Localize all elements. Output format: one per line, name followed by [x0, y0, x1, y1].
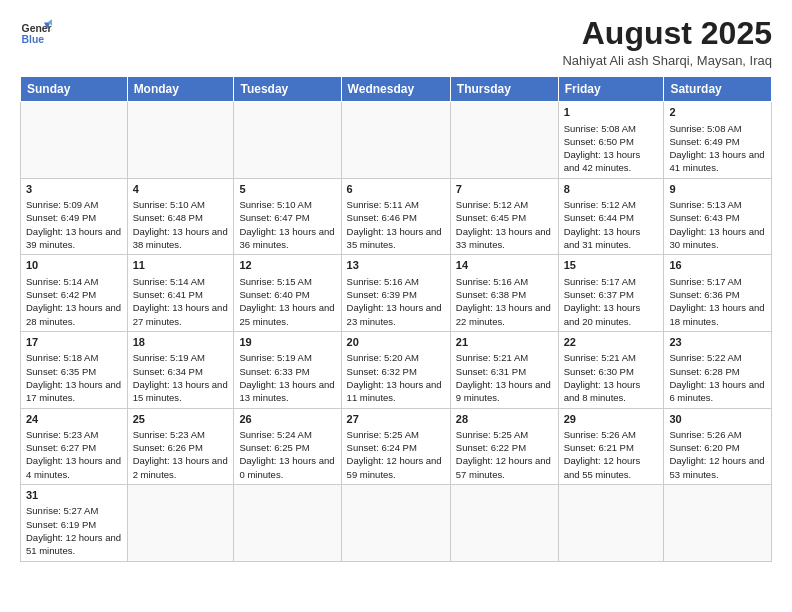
day-info: Daylight: 13 hours and 13 minutes. — [239, 378, 335, 405]
day-info: Sunrise: 5:08 AM — [564, 122, 659, 135]
day-number: 29 — [564, 412, 659, 427]
day-number: 27 — [347, 412, 445, 427]
day-number: 2 — [669, 105, 766, 120]
day-info: Sunset: 6:49 PM — [26, 211, 122, 224]
calendar-cell: 30Sunrise: 5:26 AMSunset: 6:20 PMDayligh… — [664, 408, 772, 485]
col-header-sunday: Sunday — [21, 77, 128, 102]
day-number: 13 — [347, 258, 445, 273]
calendar-cell — [127, 102, 234, 179]
calendar-cell: 2Sunrise: 5:08 AMSunset: 6:49 PMDaylight… — [664, 102, 772, 179]
day-info: Sunrise: 5:14 AM — [133, 275, 229, 288]
day-info: Sunrise: 5:21 AM — [564, 351, 659, 364]
day-number: 28 — [456, 412, 553, 427]
calendar-cell — [450, 102, 558, 179]
calendar-cell: 1Sunrise: 5:08 AMSunset: 6:50 PMDaylight… — [558, 102, 664, 179]
day-number: 23 — [669, 335, 766, 350]
calendar-cell: 23Sunrise: 5:22 AMSunset: 6:28 PMDayligh… — [664, 331, 772, 408]
day-info: Sunrise: 5:22 AM — [669, 351, 766, 364]
day-info: Daylight: 13 hours and 2 minutes. — [133, 454, 229, 481]
day-info: Sunrise: 5:11 AM — [347, 198, 445, 211]
day-number: 12 — [239, 258, 335, 273]
logo-icon: General Blue — [20, 16, 52, 48]
calendar-cell — [21, 102, 128, 179]
day-info: Sunset: 6:33 PM — [239, 365, 335, 378]
week-row-5: 24Sunrise: 5:23 AMSunset: 6:27 PMDayligh… — [21, 408, 772, 485]
calendar-cell: 8Sunrise: 5:12 AMSunset: 6:44 PMDaylight… — [558, 178, 664, 255]
calendar-title: August 2025 — [562, 16, 772, 51]
day-info: Sunset: 6:37 PM — [564, 288, 659, 301]
day-info: Sunrise: 5:26 AM — [669, 428, 766, 441]
day-info: Sunset: 6:26 PM — [133, 441, 229, 454]
day-number: 21 — [456, 335, 553, 350]
day-info: Sunset: 6:36 PM — [669, 288, 766, 301]
logo: General Blue — [20, 16, 52, 48]
svg-text:Blue: Blue — [22, 34, 45, 45]
day-info: Daylight: 13 hours and 22 minutes. — [456, 301, 553, 328]
day-info: Sunset: 6:38 PM — [456, 288, 553, 301]
calendar-cell: 3Sunrise: 5:09 AMSunset: 6:49 PMDaylight… — [21, 178, 128, 255]
day-info: Daylight: 13 hours and 6 minutes. — [669, 378, 766, 405]
day-info: Sunset: 6:42 PM — [26, 288, 122, 301]
day-info: Daylight: 13 hours and 11 minutes. — [347, 378, 445, 405]
calendar-cell: 29Sunrise: 5:26 AMSunset: 6:21 PMDayligh… — [558, 408, 664, 485]
calendar-cell: 10Sunrise: 5:14 AMSunset: 6:42 PMDayligh… — [21, 255, 128, 332]
day-info: Daylight: 13 hours and 17 minutes. — [26, 378, 122, 405]
calendar-cell — [664, 485, 772, 562]
header: General Blue August 2025 Nahiyat Ali ash… — [20, 16, 772, 68]
calendar-cell: 13Sunrise: 5:16 AMSunset: 6:39 PMDayligh… — [341, 255, 450, 332]
day-info: Sunrise: 5:20 AM — [347, 351, 445, 364]
week-row-1: 1Sunrise: 5:08 AMSunset: 6:50 PMDaylight… — [21, 102, 772, 179]
calendar-cell: 4Sunrise: 5:10 AMSunset: 6:48 PMDaylight… — [127, 178, 234, 255]
day-info: Sunrise: 5:23 AM — [133, 428, 229, 441]
day-info: Sunrise: 5:23 AM — [26, 428, 122, 441]
day-info: Sunset: 6:50 PM — [564, 135, 659, 148]
day-number: 8 — [564, 182, 659, 197]
day-info: Sunset: 6:34 PM — [133, 365, 229, 378]
day-number: 20 — [347, 335, 445, 350]
day-info: Sunrise: 5:08 AM — [669, 122, 766, 135]
day-info: Daylight: 13 hours and 18 minutes. — [669, 301, 766, 328]
day-info: Sunrise: 5:25 AM — [347, 428, 445, 441]
day-info: Sunset: 6:21 PM — [564, 441, 659, 454]
week-row-2: 3Sunrise: 5:09 AMSunset: 6:49 PMDaylight… — [21, 178, 772, 255]
day-info: Sunset: 6:45 PM — [456, 211, 553, 224]
day-number: 26 — [239, 412, 335, 427]
calendar-cell: 16Sunrise: 5:17 AMSunset: 6:36 PMDayligh… — [664, 255, 772, 332]
calendar-cell — [341, 485, 450, 562]
day-number: 30 — [669, 412, 766, 427]
day-info: Daylight: 13 hours and 9 minutes. — [456, 378, 553, 405]
day-info: Sunset: 6:19 PM — [26, 518, 122, 531]
day-info: Sunset: 6:27 PM — [26, 441, 122, 454]
calendar-cell: 9Sunrise: 5:13 AMSunset: 6:43 PMDaylight… — [664, 178, 772, 255]
day-number: 31 — [26, 488, 122, 503]
calendar-cell: 31Sunrise: 5:27 AMSunset: 6:19 PMDayligh… — [21, 485, 128, 562]
day-info: Sunset: 6:35 PM — [26, 365, 122, 378]
day-info: Sunset: 6:40 PM — [239, 288, 335, 301]
day-info: Daylight: 13 hours and 39 minutes. — [26, 225, 122, 252]
day-number: 18 — [133, 335, 229, 350]
day-info: Sunset: 6:48 PM — [133, 211, 229, 224]
day-number: 17 — [26, 335, 122, 350]
day-info: Sunset: 6:47 PM — [239, 211, 335, 224]
day-info: Sunrise: 5:10 AM — [133, 198, 229, 211]
week-row-4: 17Sunrise: 5:18 AMSunset: 6:35 PMDayligh… — [21, 331, 772, 408]
day-info: Sunset: 6:49 PM — [669, 135, 766, 148]
day-info: Sunset: 6:43 PM — [669, 211, 766, 224]
week-row-6: 31Sunrise: 5:27 AMSunset: 6:19 PMDayligh… — [21, 485, 772, 562]
day-info: Sunrise: 5:10 AM — [239, 198, 335, 211]
day-info: Sunrise: 5:18 AM — [26, 351, 122, 364]
day-info: Sunrise: 5:09 AM — [26, 198, 122, 211]
day-info: Sunrise: 5:15 AM — [239, 275, 335, 288]
day-info: Daylight: 12 hours and 59 minutes. — [347, 454, 445, 481]
calendar-cell: 5Sunrise: 5:10 AMSunset: 6:47 PMDaylight… — [234, 178, 341, 255]
calendar-cell — [234, 102, 341, 179]
day-info: Sunset: 6:24 PM — [347, 441, 445, 454]
day-info: Sunset: 6:30 PM — [564, 365, 659, 378]
calendar-cell: 22Sunrise: 5:21 AMSunset: 6:30 PMDayligh… — [558, 331, 664, 408]
day-number: 5 — [239, 182, 335, 197]
col-header-tuesday: Tuesday — [234, 77, 341, 102]
calendar-cell — [341, 102, 450, 179]
day-info: Daylight: 13 hours and 28 minutes. — [26, 301, 122, 328]
day-info: Daylight: 12 hours and 51 minutes. — [26, 531, 122, 558]
day-info: Sunrise: 5:26 AM — [564, 428, 659, 441]
